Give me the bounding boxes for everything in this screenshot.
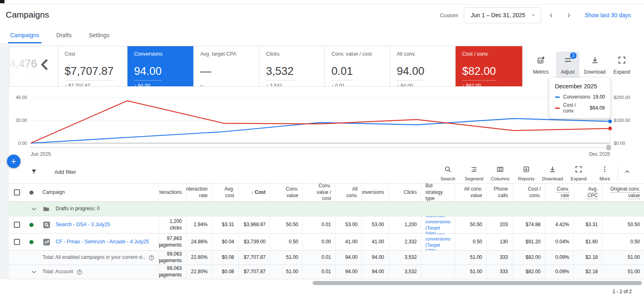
cell-clicks: 1,200 [388, 216, 421, 233]
column-header-all_conv_value[interactable]: All conv. value [455, 184, 486, 201]
column-header-interaction_rate[interactable]: Interaction rate [186, 184, 212, 201]
scorecard-value: 94.00 [134, 65, 162, 81]
toolbar-label: Segment [461, 176, 487, 181]
row-checkbox[interactable] [14, 222, 20, 228]
bid-strategy-link[interactable]: Maximize conversions (Target CPA) [425, 234, 451, 250]
row-checkbox[interactable] [14, 239, 20, 245]
scorecard-value: $7,707.87 [65, 65, 114, 81]
column-header-cost[interactable]: ↓ Cost [238, 184, 270, 201]
performance-chart[interactable]: 0.0020.0040.00$0.00$100.00$200.00Jun 202… [0, 87, 644, 159]
toolbar-segment-button[interactable]: Segment [461, 163, 487, 181]
scorecard-delta: – [200, 83, 253, 86]
column-header-campaign[interactable]: Campaign [38, 184, 159, 201]
cell-interactions: 97,863 gagements [159, 234, 186, 250]
total-cell-conv_value_cost: 0.01 [302, 251, 335, 265]
cell-conv_value: 0.50 [270, 234, 302, 250]
horizontal-scrollbar-thumb[interactable] [313, 281, 642, 285]
drafts-label: Drafts in progress: 0 [56, 206, 100, 212]
toolbar-download-button[interactable]: Download [539, 163, 566, 181]
metrics-label: Metrics [529, 69, 552, 75]
scorecard-value: 434,476 [9, 58, 37, 73]
total-cell-all_conv: 94.00 [335, 265, 362, 279]
total-cell-avg_cost: $0.08 [212, 265, 238, 279]
column-header-conv_rate[interactable]: Conv. rate [545, 184, 573, 201]
column-header-all_conv[interactable]: All conv. [335, 184, 362, 201]
toolbar-more-button[interactable]: More [592, 163, 618, 181]
scorecard-cost[interactable]: Cost $7,707.87 ↑ $7,707.87 [58, 46, 127, 86]
download-chart-button[interactable]: Download [583, 52, 606, 79]
scorecards-prev-button[interactable] [38, 56, 52, 73]
more-icon [601, 165, 609, 173]
drafts-empty-cell [362, 202, 388, 216]
campaign-link[interactable]: CF - Pmax - Semrush - Arcade - 4 July25 [56, 238, 149, 245]
scorecard-conv-value-cost[interactable]: Conv. value / cost 0.01 ↑ 0.01 [324, 46, 390, 86]
status-enabled-dot[interactable] [29, 240, 34, 244]
scorecard-all-conv[interactable]: All conv. 94.00 ↑ 94.00 [390, 46, 455, 86]
scorecard-avg-target-cpa[interactable]: Avg. target CPA — – [193, 46, 259, 86]
drafts-row: Drafts in progress: 0 [9, 202, 644, 216]
expand-icon [575, 165, 583, 173]
cell-cost_conv: $74.88 [512, 216, 545, 233]
column-header-interactions[interactable]: nteractions [159, 184, 186, 201]
total-cell-clicks: 3,532 [388, 251, 421, 265]
date-next-button[interactable] [561, 8, 575, 22]
filter-funnel-icon[interactable] [30, 168, 38, 175]
series-line-conversions [31, 119, 610, 143]
adjust-button[interactable]: 2 Adjust [556, 52, 579, 79]
toolbar-search-button[interactable]: Search [435, 163, 461, 181]
cell-cost_conv: $91.20 [512, 234, 545, 250]
column-header-phone_calls[interactable]: Phone calls [486, 184, 512, 201]
help-icon[interactable] [148, 255, 154, 261]
scorecard-delta: ↑ $82.00 [462, 83, 516, 86]
add-filter-button[interactable]: Add filter [54, 169, 76, 175]
column-header-orig_conv_value[interactable]: Original conv. value [602, 184, 644, 201]
tab-campaigns[interactable]: Campaigns [10, 32, 39, 43]
add-campaign-fab[interactable]: + [7, 155, 20, 168]
select-all-checkbox[interactable] [14, 189, 20, 195]
collapse-chart-button[interactable] [618, 163, 636, 181]
drafts-empty-cell [238, 202, 270, 216]
help-icon[interactable] [76, 269, 83, 275]
column-header-conv_value_cost[interactable]: Conv. value / cost [302, 184, 335, 201]
scorecard-delta: ↑ 94.00 [397, 83, 449, 86]
adjust-label: Adjust [556, 69, 579, 75]
toolbar-label: Download [539, 176, 566, 181]
column-header-avg_cpc[interactable]: Avg. CPC [573, 184, 602, 201]
scorecard-conversions-selected[interactable]: Conversions 94.00 ↑ 94.00 [127, 46, 193, 86]
scorecard-label: Cost [65, 51, 121, 57]
metrics-button[interactable]: Metrics [529, 52, 552, 79]
right-axis-tick: $0.00 [614, 141, 625, 146]
date-range-selector[interactable]: Jun 1 – Dec 31, 2025 [464, 7, 541, 23]
campaign-link[interactable]: Search - DSA - 3 July25 [56, 221, 110, 228]
column-header-cost_conv[interactable]: Cost / conv. [512, 184, 545, 201]
total-cell-cost_conv: $82.00 [512, 251, 545, 265]
date-prev-button[interactable] [544, 8, 558, 22]
chevron-down-icon[interactable] [30, 268, 38, 276]
tooltip-title: December 2025 [555, 83, 605, 90]
total-cell-bid_strategy [421, 265, 455, 279]
toolbar-columns-button[interactable]: Columns [487, 163, 513, 181]
show-last-30-days-link[interactable]: Show last 30 days [584, 12, 631, 18]
left-axis-tick: 40.00 [16, 95, 27, 100]
column-header-bid_strategy[interactable]: Bid strategy type [421, 184, 455, 201]
cell-avg_cpc: $1.60 [573, 234, 602, 250]
toolbar-expand-button[interactable]: Expand [566, 163, 592, 181]
column-header-conv_value[interactable]: Conv. value [270, 184, 302, 201]
tab-settings[interactable]: Settings [89, 32, 110, 43]
scorecard-clicks[interactable]: Clicks 3,532 ↑ 3,532 [259, 46, 324, 86]
column-header-clicks[interactable]: Clicks [388, 184, 421, 201]
toolbar-reports-button[interactable]: Reports [513, 163, 539, 181]
column-header-avg_cost[interactable]: Avg. cost [212, 184, 238, 201]
adjust-badge: 2 [570, 52, 577, 59]
scorecard-cost-per-conv-selected[interactable]: Cost / conv. $82.00 ↑ $82.00 [455, 46, 522, 86]
tab-drafts[interactable]: Drafts [56, 32, 72, 43]
pagination-label: 1 - 2 of 2 [613, 289, 632, 294]
status-header-dot[interactable] [29, 191, 34, 195]
chart-range-handle[interactable] [606, 145, 611, 150]
column-header-conversions[interactable]: Conversions [362, 184, 388, 201]
status-enabled-dot[interactable] [29, 223, 34, 227]
bid-strategy-link[interactable]: Maximize conversions (Target CPA) [425, 216, 451, 233]
campaign-name-cell: CF - Pmax - Semrush - Arcade - 4 July25 [38, 234, 159, 250]
chevron-down-icon[interactable] [30, 205, 38, 213]
expand-chart-button[interactable]: Expand [610, 52, 633, 79]
